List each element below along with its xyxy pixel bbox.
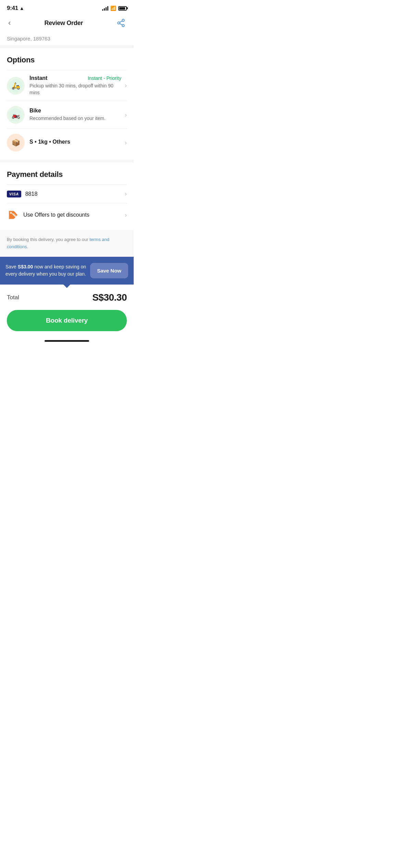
promo-text: Save S$3.00 now and keep saving on every… [5, 263, 86, 278]
instant-name: Instant [29, 75, 47, 81]
bike-content: Bike Recommended based on your item. [29, 108, 121, 122]
address-text: Singapore, 189763 [7, 36, 50, 41]
offers-label: Use Offers to get discounts [23, 212, 121, 218]
instant-desc: Pickup within 30 mins, dropoff within 90… [29, 83, 113, 95]
terms-section: By booking this delivery, you agree to o… [0, 230, 134, 257]
signal-icon [102, 6, 108, 11]
back-button[interactable]: ‹ [7, 17, 12, 29]
size-content: S • 1kg • Others [29, 139, 121, 146]
home-indicator [0, 337, 134, 344]
option-size[interactable]: 📦 S • 1kg • Others › [7, 129, 127, 156]
payment-section: Payment details VISA 8818 › Use Offers t… [0, 162, 134, 227]
instant-content: Instant Instant - Priority Pickup within… [29, 75, 121, 96]
status-time: 9:41 [7, 5, 18, 12]
card-number: 8818 [25, 191, 121, 197]
promo-banner: Save S$3.00 now and keep saving on every… [0, 257, 134, 285]
status-icons: 📶 [102, 6, 127, 11]
location-arrow-icon: ▲ [20, 5, 24, 11]
size-chevron: › [125, 139, 127, 146]
bike-chevron: › [125, 111, 127, 119]
share-button[interactable] [115, 17, 127, 29]
svg-text:🏍️: 🏍️ [12, 111, 20, 119]
home-bar [45, 340, 89, 342]
book-delivery-button[interactable]: Book delivery [7, 310, 127, 331]
payment-title: Payment details [7, 170, 127, 179]
option-bike[interactable]: 🏍️ Bike Recommended based on your item. … [7, 101, 127, 129]
package-icon: 📦 [9, 136, 22, 149]
option-instant[interactable]: 🛵 Instant Instant - Priority Pickup with… [7, 70, 127, 101]
offers-row[interactable]: Use Offers to get discounts › [7, 203, 127, 227]
svg-point-11 [10, 212, 12, 214]
svg-line-3 [120, 24, 122, 25]
rider-icon: 🛵 [9, 79, 22, 92]
terms-text: By booking this delivery, you agree to o… [7, 236, 127, 251]
instant-chevron: › [125, 82, 127, 89]
save-now-button[interactable]: Save Now [90, 263, 128, 278]
promo-amount: S$3.00 [18, 264, 33, 269]
tag-icon [8, 209, 19, 220]
options-section: Options 🛵 Instant Instant - Priority Pic… [0, 48, 134, 156]
total-amount: S$30.30 [92, 292, 127, 303]
address-strip: Singapore, 189763 [0, 33, 134, 48]
visa-badge: VISA [7, 191, 21, 197]
page-title: Review Order [44, 20, 83, 27]
offers-icon [7, 209, 19, 221]
nav-bar: ‹ Review Order [0, 14, 134, 33]
bike-icon-container: 🏍️ [7, 106, 25, 124]
section-divider-1 [0, 160, 134, 162]
total-row: Total S$30.30 [0, 285, 134, 309]
instant-icon: 🛵 [7, 77, 25, 95]
card-chevron: › [125, 190, 127, 197]
battery-icon [118, 6, 127, 11]
size-name: S • 1kg • Others [29, 139, 70, 145]
banner-arrow [63, 285, 70, 288]
bike-name: Bike [29, 108, 41, 114]
size-icon-container: 📦 [7, 134, 25, 152]
promo-prefix: Save [5, 264, 18, 269]
svg-line-4 [120, 21, 122, 22]
offers-chevron: › [125, 212, 127, 219]
instant-badge: Instant - Priority [88, 75, 121, 81]
options-title: Options [7, 56, 127, 64]
wifi-icon: 📶 [110, 5, 116, 11]
total-label: Total [7, 294, 19, 301]
svg-text:🛵: 🛵 [12, 82, 20, 90]
bike-desc: Recommended based on your item. [29, 116, 106, 121]
card-row[interactable]: VISA 8818 › [7, 184, 127, 203]
status-bar: 9:41 ▲ 📶 [0, 0, 134, 14]
svg-text:📦: 📦 [12, 138, 20, 147]
bike-icon: 🏍️ [9, 108, 22, 121]
share-icon [117, 19, 125, 27]
